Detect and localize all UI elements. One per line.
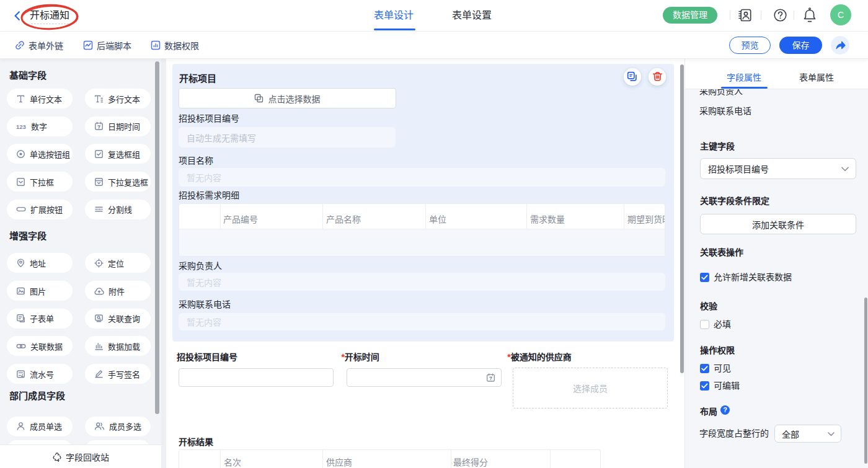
svg-text:123: 123 <box>16 123 26 130</box>
